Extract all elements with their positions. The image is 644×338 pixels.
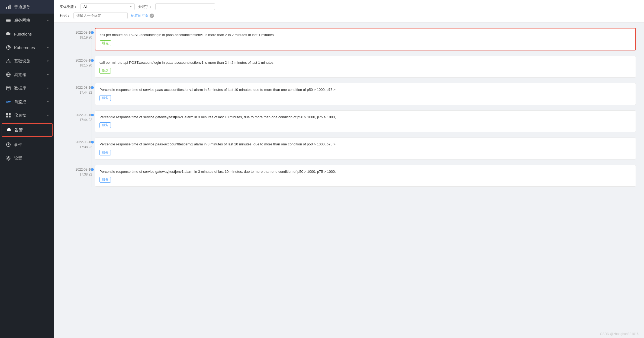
timeline-card-2[interactable]: call per minute api POST:/account/login …: [95, 56, 636, 78]
svg-rect-20: [6, 116, 8, 117]
timeline-card-4[interactable]: Percentile response time of service gate…: [95, 110, 636, 132]
sidebar-label-events: 事件: [14, 142, 49, 147]
timeline-item-1: 2022-08-10 18:19:20 call per minute api …: [95, 28, 636, 50]
timeline-time-2: 2022-08-10 18:15:20: [62, 58, 92, 68]
keyword-input[interactable]: [155, 3, 215, 10]
sidebar-label-browser: 浏览器: [14, 72, 44, 77]
watermark-text: CSDN @zhonghua881016: [600, 332, 639, 336]
grid-icon: [5, 112, 11, 118]
sidebar-item-database[interactable]: 数据库 ▾: [0, 81, 54, 95]
help-icon: ?: [150, 14, 154, 18]
sidebar: 普通服务 服务网格 ▾ Functions Kubernetes: [0, 0, 54, 338]
tag-badge-4[interactable]: 服务: [99, 122, 111, 128]
card-text-5: Percentile response time of service paas…: [99, 142, 631, 147]
chevron-down-icon-browser: ▾: [47, 73, 49, 76]
nodes-icon: [5, 58, 11, 64]
card-text-3: Percentile response time of service paas…: [99, 87, 631, 93]
card-text-1: call per minute api POST:/account/login …: [100, 32, 631, 38]
timeline-card-1[interactable]: call per minute api POST:/account/login …: [95, 28, 636, 50]
sidebar-item-dashboard[interactable]: 仪表盘 ▾: [0, 109, 54, 122]
timeline-time-3: 2022-08-10 17:44:22: [62, 85, 92, 95]
chevron-down-icon-dash: ▾: [47, 114, 49, 117]
svg-rect-21: [9, 116, 11, 117]
sidebar-item-infra[interactable]: 基础设施 ▾: [0, 54, 54, 68]
timeline-card-5[interactable]: Percentile response time of service paas…: [95, 138, 636, 160]
sidebar-label-service-mesh: 服务网格: [14, 18, 44, 23]
filter-row-2: 标记： 配置词汇页 ?: [60, 12, 639, 19]
card-text-6: Percentile response time of service gate…: [99, 169, 631, 174]
svg-point-22: [9, 132, 9, 133]
tag-badge-2[interactable]: 端点: [99, 68, 111, 74]
svg-line-25: [8, 145, 9, 145]
cloud-icon: [5, 31, 11, 37]
tag-badge-3[interactable]: 服务: [99, 95, 111, 101]
card-text-2: call per minute api POST:/account/login …: [99, 60, 631, 65]
tag-badge-5[interactable]: 服务: [99, 150, 111, 155]
timeline-dot-3: [91, 86, 94, 89]
main-content: 实体类型： All ▾ 关键字： 标记： 配置词汇页 ? 2022-08-10: [54, 0, 644, 338]
timeline-card-6[interactable]: Percentile response time of service gate…: [95, 165, 636, 187]
timeline-dot-1: [91, 31, 94, 34]
timeline-item-5: 2022-08-10 17:38:22 Percentile response …: [95, 138, 636, 160]
timeline-item-4: 2022-08-10 17:44:22 Percentile response …: [95, 110, 636, 132]
entity-type-select[interactable]: All ▾: [80, 3, 135, 10]
timeline-time-6: 2022-08-10 17:38:22: [62, 167, 92, 177]
svg-point-7: [8, 59, 9, 60]
tag-badge-1[interactable]: 端点: [100, 40, 111, 46]
card-text-4: Percentile response time of service gate…: [99, 114, 631, 120]
svg-rect-0: [6, 7, 7, 9]
sidebar-item-service-mesh[interactable]: 服务网格 ▾: [0, 14, 54, 27]
filter-bar: 实体类型： All ▾ 关键字： 标记： 配置词汇页 ?: [54, 0, 644, 23]
timeline-dot-4: [91, 114, 94, 116]
chevron-down-icon: ▾: [47, 19, 49, 22]
entity-type-label: 实体类型：: [60, 4, 77, 9]
sidebar-label-database: 数据库: [14, 86, 44, 91]
sidebar-item-selfmon[interactable]: Sw 自监控 ▾: [0, 95, 54, 109]
svg-rect-3: [6, 19, 11, 20]
sidebar-item-alarm[interactable]: 告警: [2, 123, 53, 137]
clock-icon: [5, 142, 11, 148]
sidebar-item-kubernetes[interactable]: Kubernetes ▾: [0, 41, 54, 54]
database-icon: [5, 85, 11, 91]
globe-icon: [5, 72, 11, 78]
sidebar-item-settings[interactable]: 设置: [0, 151, 54, 165]
timeline-item-6: 2022-08-10 17:38:22 Percentile response …: [95, 165, 636, 187]
timeline-item-3: 2022-08-10 17:44:22 Percentile response …: [95, 83, 636, 105]
sidebar-label-alarm: 告警: [15, 127, 48, 133]
timeline-time-4: 2022-08-10 17:44:22: [62, 113, 92, 122]
svg-point-26: [8, 157, 9, 159]
chevron-down-icon-sw: ▾: [47, 100, 49, 104]
timeline-card-3[interactable]: Percentile response time of service paas…: [95, 83, 636, 105]
timeline-time-1: 2022-08-10 18:19:20: [62, 30, 92, 40]
timeline-dot-6: [91, 168, 94, 171]
tag-label: 标记：: [60, 13, 70, 18]
content-area: 2022-08-10 18:19:20 call per minute api …: [54, 23, 644, 330]
svg-rect-2: [9, 5, 11, 9]
chevron-down-icon-db: ▾: [47, 87, 49, 90]
bar-chart-icon: [5, 4, 11, 10]
svg-rect-5: [6, 21, 11, 22]
config-link-text: 配置词汇页: [131, 13, 149, 18]
tag-badge-6[interactable]: 服务: [99, 177, 111, 183]
svg-rect-19: [9, 113, 11, 115]
chevron-down-icon-k8s: ▾: [47, 46, 49, 49]
sidebar-label-settings: 设置: [14, 156, 49, 161]
svg-rect-18: [6, 113, 8, 115]
sidebar-item-functions[interactable]: Functions: [0, 27, 54, 41]
timeline-line: [92, 28, 92, 187]
tag-input[interactable]: [73, 12, 128, 19]
sidebar-item-browser[interactable]: 浏览器 ▾: [0, 68, 54, 81]
svg-rect-1: [8, 6, 9, 9]
sidebar-item-events[interactable]: 事件: [0, 138, 54, 151]
chevron-down-icon-infra: ▾: [47, 59, 49, 63]
config-vocab-link[interactable]: 配置词汇页 ?: [131, 13, 154, 18]
sidebar-item-general-service[interactable]: 普通服务: [0, 0, 54, 14]
layers-icon: [5, 17, 11, 23]
entity-type-value: All: [83, 5, 128, 9]
pie-icon: [5, 44, 11, 50]
sidebar-label-kubernetes: Kubernetes: [14, 45, 44, 50]
gear-icon: [5, 155, 11, 161]
sidebar-label-dashboard: 仪表盘: [14, 113, 44, 118]
timeline-dot-5: [91, 141, 94, 144]
filter-row-1: 实体类型： All ▾ 关键字：: [60, 3, 639, 10]
